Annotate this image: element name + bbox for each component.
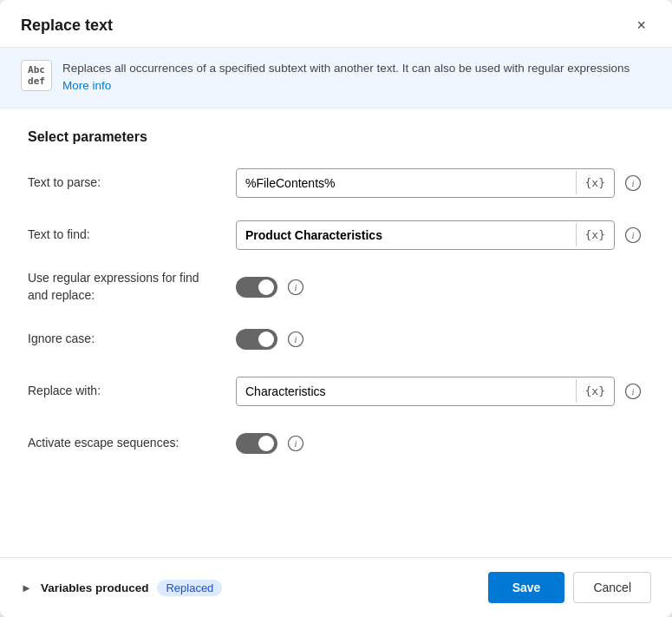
chevron-right-icon[interactable]: ►	[21, 581, 32, 594]
variables-produced-label[interactable]: Variables produced	[41, 581, 149, 594]
abc-icon: Abcdef	[21, 60, 52, 91]
text-to-parse-var-btn[interactable]: {x}	[576, 171, 614, 194]
info-banner: Abcdef Replaces all occurrences of a spe…	[0, 48, 672, 108]
banner-text: Replaces all occurrences of a specified …	[62, 60, 651, 95]
dialog-header: Replace text ×	[0, 0, 672, 48]
replace-with-var-btn[interactable]: {x}	[576, 379, 614, 403]
save-button[interactable]: Save	[488, 572, 565, 603]
replace-with-control: {x} i	[236, 377, 644, 406]
replace-with-input-wrapper: {x}	[236, 377, 615, 406]
dialog-footer: ► Variables produced Replaced Save Cance…	[0, 557, 672, 617]
text-to-parse-label: Text to parse:	[28, 174, 236, 192]
section-title: Select parameters	[28, 129, 644, 145]
text-to-parse-input-wrapper: {x}	[236, 168, 615, 198]
close-button[interactable]: ×	[631, 16, 651, 35]
text-to-parse-row: Text to parse: {x} i	[28, 166, 644, 200]
text-to-find-info-btn[interactable]: i	[622, 226, 644, 245]
text-to-parse-control: {x} i	[236, 168, 644, 198]
escape-seq-info-btn[interactable]: i	[284, 434, 307, 453]
ignore-case-row: Ignore case: i	[28, 322, 644, 357]
replace-with-input[interactable]	[237, 377, 576, 405]
text-to-find-input-wrapper: {x}	[236, 220, 615, 250]
svg-text:i: i	[294, 334, 297, 345]
regex-info-btn[interactable]: i	[284, 278, 307, 297]
regex-label: Use regular expressions for find and rep…	[28, 270, 236, 304]
svg-text:i: i	[631, 386, 634, 397]
text-to-parse-info-btn[interactable]: i	[622, 174, 644, 193]
text-to-find-input[interactable]	[237, 221, 576, 249]
dialog-title: Replace text	[21, 16, 113, 35]
regex-control: i	[236, 277, 644, 298]
ignore-case-info-btn[interactable]: i	[284, 330, 307, 349]
svg-text:i: i	[631, 178, 634, 188]
ignore-case-toggle[interactable]	[236, 329, 277, 350]
ignore-case-label: Ignore case:	[28, 331, 236, 348]
footer-buttons: Save Cancel	[488, 572, 651, 603]
replace-with-label: Replace with:	[28, 383, 236, 400]
regex-toggle[interactable]	[236, 277, 277, 298]
escape-seq-toggle[interactable]	[236, 433, 277, 454]
replace-text-dialog: Replace text × Abcdef Replaces all occur…	[0, 0, 672, 617]
text-to-find-var-btn[interactable]: {x}	[576, 223, 614, 246]
text-to-parse-input[interactable]	[237, 169, 576, 197]
cancel-button[interactable]: Cancel	[573, 572, 651, 603]
text-to-find-control: {x} i	[236, 220, 644, 250]
replaced-badge: Replaced	[157, 580, 222, 596]
more-info-link[interactable]: More info	[62, 79, 111, 92]
svg-text:i: i	[631, 230, 634, 240]
replace-with-row: Replace with: {x} i	[28, 374, 644, 409]
dialog-body: Select parameters Text to parse: {x} i T…	[0, 108, 672, 558]
escape-seq-label: Activate escape sequences:	[28, 435, 236, 452]
variables-section: ► Variables produced Replaced	[21, 580, 488, 596]
text-to-find-label: Text to find:	[28, 226, 236, 244]
svg-text:i: i	[294, 282, 297, 292]
replace-with-info-btn[interactable]: i	[622, 382, 644, 401]
regex-row: Use regular expressions for find and rep…	[28, 270, 644, 305]
escape-seq-control: i	[236, 433, 644, 454]
svg-text:i: i	[294, 438, 297, 449]
escape-seq-row: Activate escape sequences: i	[28, 426, 644, 461]
text-to-find-row: Text to find: {x} i	[28, 218, 644, 253]
ignore-case-control: i	[236, 329, 644, 350]
